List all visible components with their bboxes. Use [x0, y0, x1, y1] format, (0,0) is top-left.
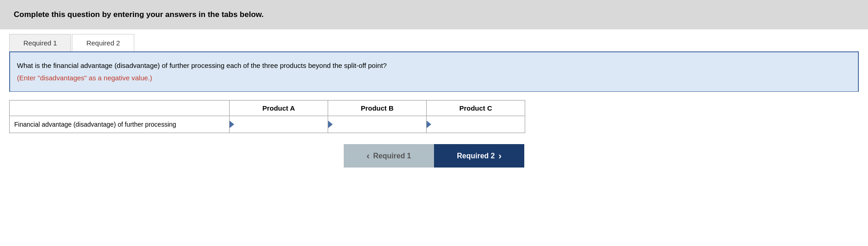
tab-required1[interactable]: Required 1 [9, 34, 71, 51]
question-main-text: What is the financial advantage (disadva… [17, 61, 851, 71]
table-row: Financial advantage (disadvantage) of fu… [10, 116, 525, 133]
product-c-input[interactable] [427, 116, 525, 133]
product-c-arrow-icon [427, 121, 431, 128]
chevron-left-icon [367, 151, 370, 161]
product-b-input[interactable] [328, 116, 426, 133]
bottom-navigation: Required 1 Required 2 [0, 144, 868, 168]
product-c-input-wrapper [427, 116, 525, 133]
col-header-empty [10, 101, 230, 116]
table-area: Product A Product B Product C Financial … [9, 100, 859, 133]
header-banner: Complete this question by entering your … [0, 0, 868, 29]
next-button[interactable]: Required 2 [434, 144, 524, 168]
prev-button[interactable]: Required 1 [344, 144, 434, 168]
product-a-input-wrapper [230, 116, 328, 133]
col-header-product-b: Product B [328, 101, 427, 116]
product-b-arrow-icon [328, 121, 333, 128]
col-header-product-a: Product A [230, 101, 328, 116]
product-a-cell [230, 116, 328, 133]
prev-button-label: Required 1 [373, 152, 411, 160]
next-button-label: Required 2 [457, 152, 495, 160]
data-table: Product A Product B Product C Financial … [9, 100, 525, 133]
question-area: What is the financial advantage (disadva… [9, 52, 859, 92]
product-a-arrow-icon [230, 121, 234, 128]
tab-required2[interactable]: Required 2 [72, 34, 134, 51]
tabs-container: Required 1 Required 2 [9, 34, 859, 52]
product-c-cell [427, 116, 525, 133]
product-b-cell [328, 116, 427, 133]
table-header-row: Product A Product B Product C [10, 101, 525, 116]
product-a-input[interactable] [230, 116, 328, 133]
col-header-product-c: Product C [427, 101, 525, 116]
row-label: Financial advantage (disadvantage) of fu… [10, 116, 230, 133]
chevron-right-icon [499, 151, 502, 161]
question-hint-text: (Enter "disadvantages" as a negative val… [17, 73, 851, 84]
product-b-input-wrapper [328, 116, 426, 133]
header-instruction: Complete this question by entering your … [14, 10, 264, 19]
